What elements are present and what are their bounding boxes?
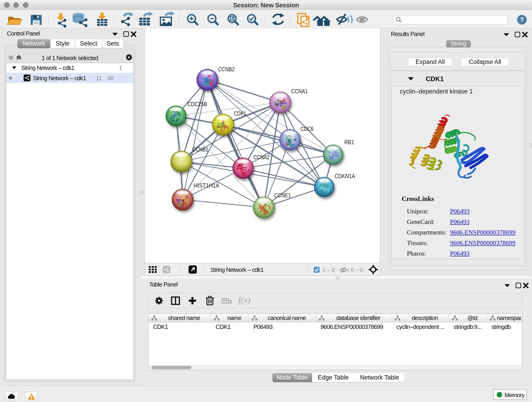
svg-text:RB1: RB1 — [344, 139, 354, 146]
svg-text:HIST1H1A: HIST1H1A — [194, 182, 220, 189]
svg-text:CCNE1: CCNE1 — [274, 192, 291, 199]
svg-text:CCNB1: CCNB1 — [192, 146, 208, 153]
svg-text:CDC6: CDC6 — [301, 125, 313, 132]
svg-text:CCNA2: CCNA2 — [253, 154, 270, 161]
svg-text:CDC25B: CDC25B — [187, 101, 207, 108]
svg-text:CDK1: CDK1 — [234, 110, 246, 117]
svg-text:CDKN1A: CDKN1A — [335, 172, 355, 179]
svg-text:CCNB2: CCNB2 — [218, 66, 234, 73]
svg-text:CCNA1: CCNA1 — [291, 88, 308, 95]
